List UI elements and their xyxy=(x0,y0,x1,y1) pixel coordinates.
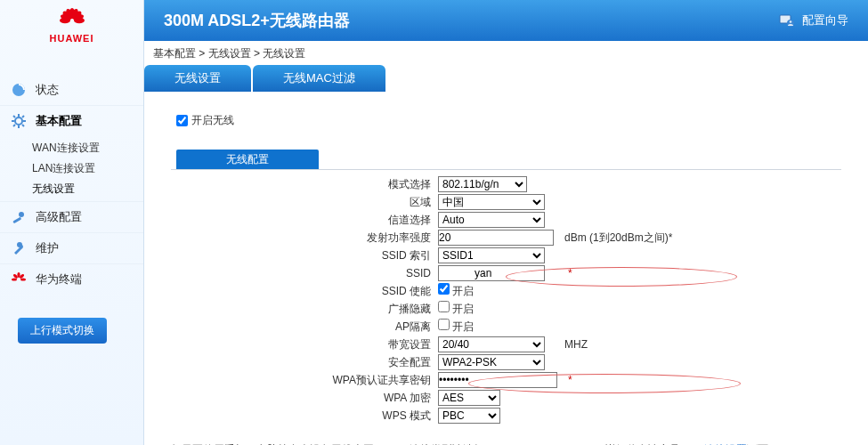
ap-isolation-cb-label: 开启 xyxy=(452,320,474,333)
lbl-ssididx: SSID 索引 xyxy=(176,247,434,264)
lbl-apiso: AP隔离 xyxy=(176,318,434,336)
svg-line-16 xyxy=(22,125,24,126)
lbl-bw: 带宽设置 xyxy=(176,336,434,353)
huawei-flower-icon xyxy=(52,8,93,33)
svg-point-21 xyxy=(17,272,20,278)
broadcast-hide-cb-label: 开启 xyxy=(452,303,474,315)
svg-point-25 xyxy=(12,278,17,280)
svg-point-28 xyxy=(790,20,792,23)
ssididx-select[interactable]: SSID1 xyxy=(438,247,545,263)
ssid-required-star: * xyxy=(568,267,572,279)
wrench-icon xyxy=(9,239,28,258)
txpower-hint: dBm (1到20dBm之间)* xyxy=(561,229,676,247)
tab-macfilter[interactable]: 无线MAC过滤 xyxy=(253,65,385,92)
main: 300M ADSL2+无线路由器 配置向导 基本配置 > 无线设置 > 无线设置… xyxy=(144,0,868,445)
svg-point-10 xyxy=(15,117,22,125)
mode-select[interactable]: 802.11b/g/n xyxy=(438,176,527,192)
svg-rect-20 xyxy=(12,217,21,224)
tabs: 无线设置 无线MAC过滤 xyxy=(144,65,868,92)
tab-wireless[interactable]: 无线设置 xyxy=(144,65,251,92)
ssid-input[interactable] xyxy=(438,265,545,281)
wizard-label: 配置向导 xyxy=(802,12,848,28)
nav-maint[interactable]: 维护 xyxy=(0,232,143,263)
content: 开启无线 无线配置 模式选择 802.11b/g/n 区域 中国 信道选择 Au… xyxy=(144,92,868,433)
wrench-gear-icon xyxy=(9,207,28,227)
ssid-enable-cb-label: 开启 xyxy=(452,285,474,297)
psk-input[interactable] xyxy=(438,372,557,388)
lbl-ssiden: SSID 使能 xyxy=(176,282,434,300)
nav-hwterm[interactable]: 华为终端 xyxy=(0,263,143,295)
encryption-select[interactable]: AES xyxy=(438,390,500,406)
sub-lan[interactable]: LAN连接设置 xyxy=(32,158,143,179)
lbl-psk: WPA预认证共享密钥 xyxy=(176,371,434,389)
nav-status-label: 状态 xyxy=(36,82,59,98)
enable-wireless-checkbox[interactable] xyxy=(176,115,188,126)
region-select[interactable]: 中国 xyxy=(438,194,545,210)
nav-status[interactable]: 状态 xyxy=(0,75,143,105)
lbl-hide: 广播隐藏 xyxy=(176,300,434,318)
lbl-txpower: 发射功率强度 xyxy=(176,229,434,247)
brand-logo: HUAWEI xyxy=(0,0,143,48)
nav-basic-label: 基本配置 xyxy=(36,113,82,129)
svg-line-18 xyxy=(22,116,24,117)
config-table: 模式选择 802.11b/g/n 区域 中国 信道选择 Auto 发射功率强度 … xyxy=(176,175,676,425)
nav-advanced[interactable]: 高级配置 xyxy=(0,201,143,232)
svg-point-24 xyxy=(20,278,26,280)
wizard-link[interactable]: 配置向导 xyxy=(777,11,848,30)
bandwidth-select[interactable]: 20/40 xyxy=(438,336,545,352)
ap-isolation-checkbox[interactable] xyxy=(438,319,450,330)
huawei-small-icon xyxy=(9,270,28,289)
bandwidth-unit: MHZ xyxy=(561,336,676,353)
section-title: 无线配置 xyxy=(176,150,319,170)
lbl-mode: 模式选择 xyxy=(176,175,434,193)
svg-point-19 xyxy=(19,212,24,217)
page-title: 300M ADSL2+无线路由器 xyxy=(164,10,350,31)
status-icon xyxy=(9,80,28,100)
security-select[interactable]: WPA2-PSK xyxy=(438,354,545,370)
sub-wlan[interactable]: 无线设置 xyxy=(32,179,143,199)
lbl-channel: 信道选择 xyxy=(176,211,434,229)
nav-advanced-label: 高级配置 xyxy=(36,209,82,225)
svg-line-15 xyxy=(13,116,15,117)
lbl-sec: 安全配置 xyxy=(176,353,434,371)
ssid-enable-checkbox[interactable] xyxy=(438,283,450,295)
uplink-mode-button[interactable]: 上行模式切换 xyxy=(18,318,107,344)
psk-required-star: * xyxy=(568,374,572,386)
enable-wireless-label: 开启无线 xyxy=(191,113,234,128)
nav-maint-label: 维护 xyxy=(36,240,59,256)
lbl-ssid: SSID xyxy=(176,264,434,282)
lbl-region: 区域 xyxy=(176,193,434,211)
sidebar: HUAWEI 状态 基本配置 WAN连接设置 LAN连接设置 无线设置 xyxy=(0,0,144,445)
txpower-input[interactable] xyxy=(438,230,554,246)
breadcrumb: 基本配置 > 无线设置 > 无线设置 xyxy=(144,41,868,61)
nav-basic-sublist: WAN连接设置 LAN连接设置 无线设置 xyxy=(0,136,143,201)
brand-name: HUAWEI xyxy=(50,33,94,44)
broadcast-hide-checkbox[interactable] xyxy=(438,301,450,312)
nav-hwterm-label: 华为终端 xyxy=(36,271,82,287)
svg-line-17 xyxy=(13,125,15,126)
wizard-icon xyxy=(777,11,797,30)
sub-wan[interactable]: WAN连接设置 xyxy=(32,138,143,158)
sidebar-nav: 状态 基本配置 WAN连接设置 LAN连接设置 无线设置 高级配置 xyxy=(0,75,143,295)
lbl-enc: WPA 加密 xyxy=(176,389,434,407)
nav-basic[interactable]: 基本配置 xyxy=(0,105,143,136)
wps-select[interactable]: PBC xyxy=(438,408,500,424)
channel-select[interactable]: Auto xyxy=(438,212,545,228)
header: 300M ADSL2+无线路由器 配置向导 xyxy=(144,0,868,41)
gear-icon xyxy=(9,111,28,131)
lbl-wps: WPS 模式 xyxy=(176,407,434,425)
